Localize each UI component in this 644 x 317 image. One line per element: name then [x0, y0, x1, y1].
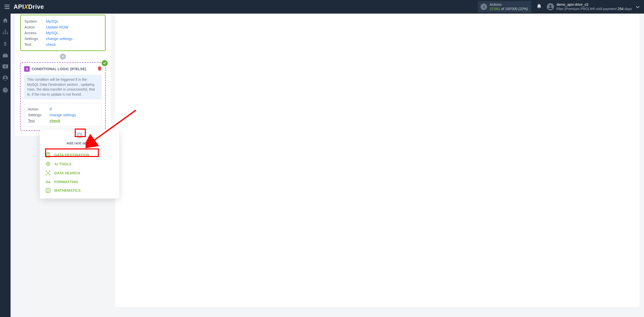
step-number: 3 — [24, 66, 30, 72]
dropdown-item-data-search[interactable]: DATA SEARCH — [40, 169, 119, 178]
dropdown-item-label: FORMATTING — [54, 180, 78, 184]
kv-label: Settings — [28, 113, 47, 117]
kv-label: Settings — [24, 36, 44, 41]
actions-label: Actions: — [490, 3, 528, 7]
sidebar-account[interactable] — [0, 74, 11, 82]
actions-pct: (22%) — [518, 7, 528, 11]
kv-value-settings[interactable]: change settings — [46, 36, 72, 41]
kv-label: Action — [24, 25, 44, 29]
logo[interactable]: APIXDrive — [14, 3, 44, 10]
dropdown-item-label: DATA SEARCH — [54, 171, 80, 175]
aa-icon: Aa — [45, 180, 51, 184]
add-action-dropdown: + Add next action DATA DESTINATION AI TO… — [40, 130, 119, 199]
check-icon — [102, 60, 108, 66]
dropdown-item-data-destination[interactable]: DATA DESTINATION — [40, 150, 119, 160]
sidebar: $ ? — [0, 14, 11, 317]
svg-point-19 — [47, 172, 49, 174]
kv-label: Test — [24, 42, 44, 47]
add-step-button[interactable]: + — [60, 54, 66, 60]
info-icon: i — [480, 4, 487, 10]
kv-value-test[interactable]: check — [46, 42, 56, 47]
svg-rect-20 — [46, 188, 50, 192]
kv-label: Test — [28, 118, 47, 123]
notifications-button[interactable] — [536, 3, 542, 11]
conditional-block[interactable]: 3 CONDITIONAL LOGIC (IF/ELSE) This condi… — [20, 62, 106, 131]
sidebar-home[interactable] — [0, 17, 11, 24]
actions-current: 22'061 — [490, 7, 500, 11]
actions-of: of — [500, 7, 505, 11]
dropdown-item-label: MATHEMATICS — [54, 188, 81, 192]
sidebar-billing[interactable]: $ — [0, 40, 11, 47]
kv-value-check[interactable]: check — [50, 118, 60, 123]
user-menu-chevron[interactable] — [634, 3, 641, 11]
plan-line: Plan |Premium PRO| left until payment 25… — [556, 7, 632, 11]
header-bar: APIXDrive i Actions: 22'061 of 100'000 (… — [0, 0, 644, 14]
calc-icon — [45, 188, 51, 193]
sidebar-video[interactable] — [0, 63, 11, 69]
actions-counter[interactable]: i Actions: 22'061 of 100'000 (22%) — [478, 1, 531, 13]
svg-rect-7 — [4, 53, 6, 54]
logo-text-drive: Drive — [28, 3, 44, 10]
svg-text:?: ? — [5, 88, 7, 92]
kv-label: System — [24, 19, 44, 23]
add-action-plus-button[interactable]: + — [76, 132, 83, 138]
kv-label: Action — [28, 107, 47, 111]
svg-text:$: $ — [4, 41, 7, 46]
kv-value-system[interactable]: MySQL — [46, 19, 59, 23]
step-title: CONDITIONAL LOGIC (IF/ELSE) — [32, 67, 86, 71]
avatar-icon — [547, 3, 554, 10]
gear-head-icon — [45, 162, 51, 167]
content-panel — [115, 14, 639, 307]
dropdown-item-mathematics[interactable]: MATHEMATICS — [40, 186, 119, 195]
delete-step-button[interactable] — [98, 66, 102, 72]
svg-point-0 — [549, 5, 551, 7]
svg-point-17 — [46, 162, 50, 166]
dropdown-item-ai-tools[interactable]: AI TOOLS — [40, 160, 119, 169]
sidebar-connections[interactable] — [0, 29, 11, 35]
svg-rect-1 — [5, 30, 6, 31]
svg-point-18 — [48, 163, 49, 165]
condition-details: ActionIf Settingschange settings Testche… — [24, 103, 102, 127]
svg-point-10 — [5, 76, 6, 78]
kv-value-access[interactable]: MySQL — [46, 31, 59, 35]
kv-value-change[interactable]: change settings — [50, 113, 76, 117]
dropdown-item-label: DATA DESTINATION — [54, 153, 89, 157]
svg-rect-4 — [7, 33, 8, 34]
kv-value-if[interactable]: If — [50, 107, 52, 111]
svg-rect-3 — [5, 33, 6, 34]
dropdown-item-formatting[interactable]: Aa FORMATTING — [40, 178, 119, 186]
actions-max: 100'000 — [505, 7, 517, 11]
user-menu[interactable]: demo_apix-drive_s3 Plan |Premium PRO| le… — [547, 3, 632, 11]
user-name: demo_apix-drive_s3 — [556, 3, 632, 7]
kv-label: Access — [24, 31, 44, 35]
sidebar-briefcase[interactable] — [0, 52, 11, 58]
scan-icon — [45, 171, 51, 176]
svg-rect-2 — [3, 33, 4, 34]
destination-block[interactable]: SystemMySQL ActionUpdate ROW AccessMySQL… — [20, 15, 106, 51]
kv-value-action[interactable]: Update ROW — [46, 25, 68, 29]
svg-rect-6 — [3, 54, 8, 57]
workflow-card: SystemMySQL ActionUpdate ROW AccessMySQL… — [15, 14, 111, 136]
dropdown-item-label: AI TOOLS — [54, 162, 71, 166]
main-area: SystemMySQL ActionUpdate ROW AccessMySQL… — [11, 14, 644, 317]
menu-toggle-button[interactable] — [3, 3, 11, 10]
condition-description: This condition will be triggered if in t… — [24, 75, 102, 99]
dropdown-header: Add next action — [40, 138, 119, 148]
sidebar-help[interactable]: ? — [0, 87, 11, 94]
clipboard-icon — [45, 152, 51, 157]
logo-text-api: API — [14, 3, 24, 10]
logo-text-x: X — [24, 3, 28, 10]
